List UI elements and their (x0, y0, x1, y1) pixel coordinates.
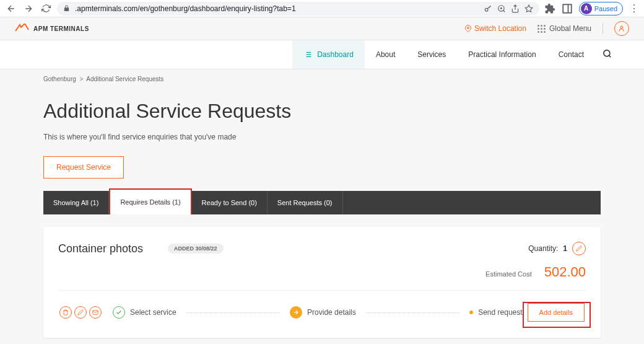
tab-sent-requests[interactable]: Sent Requests (0) (268, 191, 343, 214)
date-badge: ADDED 30/08/22 (168, 244, 224, 254)
switch-location-label: Switch Location (474, 24, 526, 33)
step-provide-label: Provide details (307, 308, 356, 317)
svg-point-4 (467, 27, 469, 29)
request-service-button[interactable]: Request Service (43, 156, 124, 179)
steps-row: Select service Provide details Send requ… (58, 302, 586, 323)
site-top-bar: APM TERMINALS Switch Location Global Men… (0, 17, 644, 40)
main-nav: Dashboard About Services Practical Infor… (0, 40, 644, 69)
svg-point-12 (604, 50, 610, 56)
enquiry-card: Container photos ADDED 30/08/22 Quantity… (43, 227, 601, 338)
status-tabs: Showing All (1) Requires Details (1) Rea… (43, 191, 601, 214)
edit-quantity-button[interactable] (572, 242, 586, 255)
pin-icon (464, 25, 472, 32)
step-connector (186, 312, 280, 313)
add-details-button[interactable]: Add details (528, 303, 585, 322)
tab-ready-to-send[interactable]: Ready to Send (0) (192, 191, 268, 214)
back-button[interactable] (5, 2, 17, 15)
delete-icon[interactable] (59, 306, 72, 319)
share-icon[interactable] (511, 4, 520, 13)
step-send-label: Send request (478, 308, 522, 317)
grid-icon (537, 25, 546, 33)
pencil-icon (576, 245, 582, 252)
page-subtitle: This is where you'll find service enquir… (43, 133, 601, 141)
logo-mark-icon (15, 24, 30, 34)
cost-value: 502.00 (544, 264, 586, 280)
divider (603, 23, 603, 34)
step-select-label: Select service (130, 308, 176, 317)
svg-line-13 (609, 55, 611, 57)
zoom-icon[interactable] (497, 4, 506, 13)
step-done-icon (113, 306, 125, 319)
switch-location-link[interactable]: Switch Location (464, 24, 526, 33)
nav-about[interactable]: About (365, 40, 406, 69)
global-menu-label: Global Menu (549, 24, 591, 33)
page-scroll[interactable]: APM TERMINALS Switch Location Global Men… (0, 17, 644, 344)
breadcrumb-root[interactable]: Gothenburg (43, 76, 76, 82)
browser-toolbar: .apmterminals.com/en/gothenburg/dashboar… (0, 0, 644, 17)
paused-label: Paused (594, 5, 617, 12)
panel-icon[interactable] (562, 3, 573, 14)
nav-dashboard[interactable]: Dashboard (292, 40, 365, 69)
site-logo[interactable]: APM TERMINALS (15, 24, 89, 34)
nav-practical[interactable]: Practical Information (457, 40, 547, 69)
svg-rect-2 (563, 4, 572, 13)
step-current-icon (290, 306, 302, 319)
edit-icon[interactable] (74, 306, 87, 319)
reload-button[interactable] (40, 2, 52, 15)
forward-button[interactable] (22, 2, 35, 15)
list-icon (303, 50, 312, 59)
logo-text: APM TERMINALS (33, 25, 89, 32)
tab-requires-details[interactable]: Requires Details (1) (109, 188, 191, 214)
svg-point-0 (485, 8, 488, 11)
star-icon[interactable] (524, 4, 533, 13)
nav-search-icon[interactable] (595, 49, 619, 60)
profile-badge[interactable]: A Paused (579, 2, 623, 15)
user-icon[interactable] (614, 21, 629, 36)
address-bar[interactable]: .apmterminals.com/en/gothenburg/dashboar… (57, 2, 539, 15)
lock-icon (63, 5, 70, 12)
step-pending-icon (469, 311, 473, 314)
key-icon (484, 4, 492, 13)
svg-point-5 (620, 26, 623, 29)
url-text: .apmterminals.com/en/gothenburg/dashboar… (75, 4, 479, 13)
cost-label: Estimated Cost (485, 270, 532, 278)
page-title: Additional Service Requests (43, 100, 601, 123)
card-title: Container photos (58, 242, 143, 255)
browser-menu-icon[interactable]: ⋮ (629, 2, 639, 14)
tab-showing-all[interactable]: Showing All (1) (43, 191, 109, 214)
mail-icon[interactable] (89, 306, 102, 319)
quantity-value: 1 (563, 244, 567, 253)
main-content: Gothenburg > Additional Service Requests… (31, 69, 613, 338)
browser-extensions: A Paused ⋮ (544, 2, 639, 15)
breadcrumb: Gothenburg > Additional Service Requests (43, 69, 601, 89)
step-connector (366, 312, 459, 313)
global-menu-link[interactable]: Global Menu (537, 24, 591, 33)
extensions-icon[interactable] (544, 3, 555, 14)
quantity-label: Quantity: (528, 244, 558, 253)
nav-services[interactable]: Services (406, 40, 457, 69)
nav-dashboard-label: Dashboard (317, 50, 354, 59)
avatar: A (581, 3, 592, 14)
nav-contact[interactable]: Contact (547, 40, 595, 69)
breadcrumb-current: Additional Service Requests (86, 76, 163, 82)
